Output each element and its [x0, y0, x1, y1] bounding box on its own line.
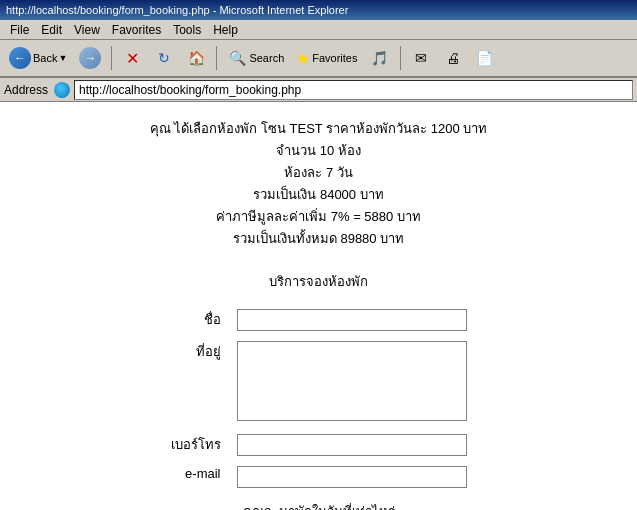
menu-file[interactable]: File	[4, 22, 35, 38]
phone-input[interactable]	[237, 434, 467, 456]
toolbar-separator-3	[400, 46, 401, 70]
booking-line1: คุณ ได้เลือกห้องพัก โซน TEST ราคาห้องพัก…	[20, 118, 617, 140]
phone-label: เบอร์โทร	[163, 429, 229, 461]
back-icon: ←	[9, 47, 31, 69]
back-button[interactable]: ← Back ▼	[4, 43, 72, 73]
edit-page-icon: 📄	[475, 48, 495, 68]
mail-button[interactable]: ✉	[406, 43, 436, 73]
phone-row: เบอร์โทร	[163, 429, 475, 461]
email-row: e-mail	[163, 461, 475, 493]
menu-view[interactable]: View	[68, 22, 106, 38]
refresh-icon: ↻	[154, 48, 174, 68]
favorites-label: Favorites	[312, 52, 357, 64]
toolbar: ← Back ▼ → ✕ ↻ 🏠 🔍 Search ★ Favorites 🎵 …	[0, 40, 637, 78]
toolbar-separator-2	[216, 46, 217, 70]
email-cell	[229, 461, 475, 493]
booking-line6: รวมเป็นเงินทั้งหมด 89880 บาท	[20, 228, 617, 250]
name-label: ชื่อ	[163, 304, 229, 336]
title-text: http://localhost/booking/form_booking.ph…	[6, 4, 631, 16]
search-button[interactable]: 🔍 Search	[222, 43, 289, 73]
edit-button[interactable]: 📄	[470, 43, 500, 73]
stop-button[interactable]: ✕	[117, 43, 147, 73]
search-label: Search	[249, 52, 284, 64]
menu-favorites[interactable]: Favorites	[106, 22, 167, 38]
menu-tools[interactable]: Tools	[167, 22, 207, 38]
forward-icon: →	[79, 47, 101, 69]
email-label: e-mail	[163, 461, 229, 493]
form-section-title: บริการจองห้องพัก	[20, 271, 617, 292]
menu-bar: File Edit View Favorites Tools Help	[0, 20, 637, 40]
main-content: คุณ ได้เลือกห้องพัก โซน TEST ราคาห้องพัก…	[0, 102, 637, 510]
booking-form: ชื่อ ที่อยู่ เบอร์โทร e-mail	[163, 304, 475, 493]
stop-icon: ✕	[122, 48, 142, 68]
refresh-button[interactable]: ↻	[149, 43, 179, 73]
address-bar: Address	[0, 78, 637, 102]
name-input[interactable]	[237, 309, 467, 331]
media-button[interactable]: 🎵	[365, 43, 395, 73]
email-input[interactable]	[237, 466, 467, 488]
title-bar: http://localhost/booking/form_booking.ph…	[0, 0, 637, 20]
address-label: ที่อยู่	[163, 336, 229, 429]
booking-info: คุณ ได้เลือกห้องพัก โซน TEST ราคาห้องพัก…	[20, 118, 617, 251]
menu-edit[interactable]: Edit	[35, 22, 68, 38]
print-button[interactable]: 🖨	[438, 43, 468, 73]
back-arrow-icon: ▼	[58, 53, 67, 63]
favorites-button[interactable]: ★ Favorites	[291, 43, 362, 73]
booking-line2: จำนวน 10 ห้อง	[20, 140, 617, 162]
booking-line5: ค่าภาษีมูลละค่าเพิ่ม 7% = 5880 บาท	[20, 206, 617, 228]
date-row: คุณจะมาพักในวันที่เท่าไหร่ 1234 5678 910…	[20, 501, 617, 510]
address-cell	[229, 336, 475, 429]
name-cell	[229, 304, 475, 336]
phone-cell	[229, 429, 475, 461]
home-icon: 🏠	[186, 48, 206, 68]
media-icon: 🎵	[370, 48, 390, 68]
toolbar-separator-1	[111, 46, 112, 70]
date-label: คุณจะมาพักในวันที่เท่าไหร่	[243, 504, 395, 510]
address-input[interactable]	[74, 80, 633, 100]
address-row: ที่อยู่	[163, 336, 475, 429]
forward-button[interactable]: →	[74, 43, 106, 73]
back-label: Back	[33, 52, 57, 64]
globe-icon	[54, 82, 70, 98]
address-input[interactable]	[237, 341, 467, 421]
home-button[interactable]: 🏠	[181, 43, 211, 73]
name-row: ชื่อ	[163, 304, 475, 336]
star-icon: ★	[296, 49, 310, 68]
print-icon: 🖨	[443, 48, 463, 68]
mail-icon: ✉	[411, 48, 431, 68]
address-label: Address	[4, 83, 48, 97]
booking-line4: รวมเป็นเงิน 84000 บาท	[20, 184, 617, 206]
booking-line3: ห้องละ 7 วัน	[20, 162, 617, 184]
search-icon: 🔍	[227, 48, 247, 68]
menu-help[interactable]: Help	[207, 22, 244, 38]
